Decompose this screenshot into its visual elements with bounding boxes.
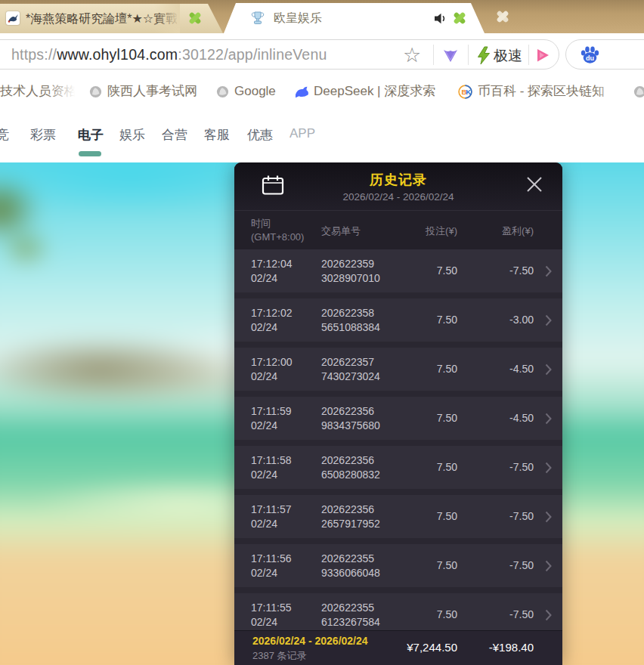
divider — [528, 45, 529, 65]
tab-bar: *海燕策略研究論壇*★☆實戰 欧皇娱乐 — [0, 0, 644, 33]
cell-order-id: 2026223559336066048 — [321, 552, 380, 580]
cell-bet: 7.50 — [437, 314, 457, 326]
cell-profit: -7.50 — [509, 559, 534, 571]
cell-order-id: 2026223585651088384 — [321, 306, 380, 335]
cell-order-id: 2026223577430273024 — [321, 355, 380, 384]
cell-profit: -7.50 — [509, 264, 534, 277]
baidu-paw-icon[interactable]: du — [580, 45, 600, 68]
tab-haiyan[interactable]: *海燕策略研究論壇*★☆實戰 — [0, 4, 223, 33]
cell-time: 17:12:0402/24 — [251, 257, 293, 286]
tab-title-fade — [154, 4, 180, 33]
table-header: 时间(GMT+8:00) 交易单号 投注(¥) 盈利(¥) — [234, 210, 562, 249]
nav-item-service[interactable]: 客服 — [204, 126, 230, 144]
nav-item-promo[interactable]: 优惠 — [247, 126, 273, 144]
speed-mode-label[interactable]: 极速 — [494, 46, 522, 66]
nav-item-partner[interactable]: 合营 — [162, 126, 187, 144]
cell-profit: -7.50 — [509, 461, 534, 473]
table-row[interactable]: 17:11:5702/24 2026223562657917952 7.50 -… — [234, 495, 562, 538]
chevron-right-icon — [545, 363, 552, 379]
cell-time: 17:12:0202/24 — [251, 306, 293, 335]
bookmark-item[interactable]: Google — [234, 76, 276, 107]
col-order: 交易单号 — [321, 224, 361, 238]
cell-profit: -4.50 — [509, 412, 534, 424]
cell-order-id: 2026223562657917952 — [321, 503, 380, 531]
table-row[interactable]: 17:11:5902/24 2026223569834375680 7.50 -… — [234, 397, 562, 440]
cell-bet: 7.50 — [437, 461, 457, 473]
footer-total-bet: ¥7,244.50 — [407, 641, 457, 654]
chevron-right-icon — [545, 609, 552, 624]
whale-deepseek-icon — [294, 85, 310, 102]
bookmarks-bar: 技术人员资格 陕西人事考试网 Google DeepSeek | 深度求索 B … — [0, 76, 644, 109]
cell-profit: -7.50 — [509, 510, 534, 522]
cell-bet: 7.50 — [437, 264, 457, 277]
svg-text:K: K — [466, 88, 471, 96]
green-cross-icon[interactable] — [452, 11, 467, 29]
address-bar-row: https://www.ohyl104.com:30122/app/inline… — [0, 33, 644, 76]
cell-time: 17:11:5902/24 — [251, 404, 291, 433]
chevron-right-icon — [545, 511, 552, 526]
table-body: 17:12:0402/24 2026223593028907010 7.50 -… — [234, 249, 562, 665]
url-host: www.ohyl104.com — [57, 46, 178, 63]
calendar-icon[interactable] — [262, 175, 284, 199]
url-text[interactable]: https://www.ohyl104.com:30122/app/inline… — [11, 46, 327, 63]
svg-text:du: du — [586, 54, 594, 62]
page-content: 历史记录 2026/02/24 - 2026/02/24 时间(GMT+8:00… — [0, 162, 644, 665]
summary-footer: 2026/02/24 - 2026/02/24 2387 条记录 ¥7,244.… — [234, 630, 562, 665]
bookmark-item[interactable]: 陕西人事考试网 — [107, 76, 197, 107]
cell-bet: 7.50 — [437, 412, 457, 424]
close-icon[interactable] — [525, 175, 544, 197]
footer-date-range: 2026/02/24 - 2026/02/24 — [252, 635, 368, 647]
table-row[interactable]: 17:12:0002/24 2026223577430273024 7.50 -… — [234, 348, 562, 391]
bookmark-star-icon[interactable]: ☆ — [403, 42, 421, 69]
cell-time: 17:11:5702/24 — [251, 503, 291, 531]
history-modal: 历史记录 2026/02/24 - 2026/02/24 时间(GMT+8:00… — [234, 162, 562, 665]
site-nav: 电竞 彩票 电子 娱乐 合营 客服 优惠 APP — [0, 108, 644, 162]
col-bet: 投注(¥) — [426, 224, 457, 238]
active-tab-underline — [79, 151, 101, 156]
speed-lightning-icon[interactable] — [475, 46, 492, 68]
bookmark-item[interactable]: DeepSeek | 深度求索 — [314, 76, 435, 107]
footer-total-profit: -¥198.40 — [489, 641, 534, 654]
chevron-right-icon — [545, 560, 552, 575]
table-row[interactable]: 17:12:0202/24 2026223585651088384 7.50 -… — [234, 298, 562, 342]
footer-record-count: 2387 条记录 — [252, 649, 307, 663]
play-video-icon[interactable] — [535, 48, 550, 66]
cell-time: 17:11:5502/24 — [251, 601, 291, 629]
cell-profit: -7.50 — [509, 608, 534, 620]
nav-item-lottery[interactable]: 彩票 — [30, 126, 56, 144]
table-row[interactable]: 17:12:0402/24 2026223593028907010 7.50 -… — [234, 249, 562, 292]
divider — [468, 45, 469, 65]
speaker-audio-icon[interactable] — [434, 13, 447, 27]
adblock-shield-icon[interactable] — [442, 47, 459, 66]
chevron-right-icon — [545, 413, 552, 428]
globe-icon — [216, 85, 229, 101]
tab-title: 欧皇娱乐 — [274, 3, 322, 33]
globe-icon — [89, 85, 102, 101]
nav-item-casino[interactable]: 娱乐 — [119, 126, 145, 144]
new-tab-button[interactable] — [495, 9, 510, 24]
cell-profit: -4.50 — [509, 363, 534, 375]
cell-time: 17:12:0002/24 — [251, 355, 293, 384]
url-path: :30122/app/inlineVenu — [178, 46, 327, 63]
url-protocol: https:// — [11, 46, 57, 63]
trophy-favicon-icon — [251, 11, 265, 29]
cell-bet: 7.50 — [437, 363, 457, 375]
divider — [433, 45, 434, 65]
browser-window: *海燕策略研究論壇*★☆實戰 欧皇娱乐 — [0, 0, 644, 665]
nav-item-esports[interactable]: 电竞 — [0, 126, 9, 144]
col-time: 时间(GMT+8:00) — [251, 217, 304, 244]
modal-header: 历史记录 2026/02/24 - 2026/02/24 — [234, 162, 562, 210]
nav-item-app[interactable]: APP — [289, 126, 315, 141]
nav-item-slots-active[interactable]: 电子 — [78, 126, 104, 144]
table-row[interactable]: 17:11:5802/24 2026223566508280832 7.50 -… — [234, 446, 562, 489]
tab-ouhuang-active[interactable]: 欧皇娱乐 — [224, 3, 485, 33]
bookmark-fade — [594, 76, 627, 107]
cell-time: 17:11:5802/24 — [251, 453, 291, 482]
table-row[interactable]: 17:11:5602/24 2026223559336066048 7.50 -… — [234, 544, 562, 587]
omnibox[interactable]: https://www.ohyl104.com:30122/app/inline… — [0, 39, 559, 70]
globe-icon — [633, 85, 644, 101]
search-box[interactable]: du — [565, 39, 644, 70]
cell-order-id: 2026223556123267584 — [321, 601, 380, 629]
chevron-right-icon — [545, 462, 552, 477]
green-cross-icon[interactable] — [187, 11, 203, 29]
